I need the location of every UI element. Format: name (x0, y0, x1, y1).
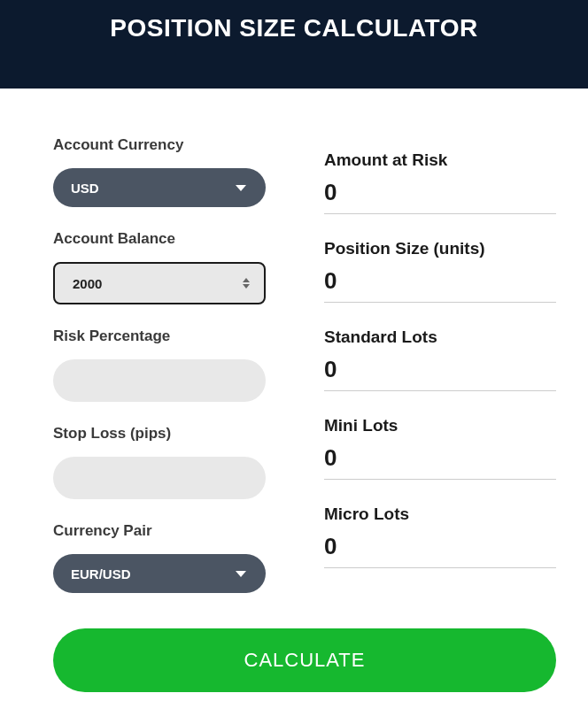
stop-loss-group: Stop Loss (pips) (53, 425, 298, 499)
account-currency-select[interactable]: USD (53, 168, 266, 207)
position-size-group: Position Size (units) 0 (324, 239, 556, 303)
standard-lots-group: Standard Lots 0 (324, 327, 556, 391)
results-column: Amount at Risk 0 Position Size (units) 0… (324, 136, 556, 593)
currency-pair-group: Currency Pair EUR/USD (53, 522, 298, 593)
currency-pair-select[interactable]: EUR/USD (53, 554, 266, 593)
currency-pair-value: EUR/USD (71, 566, 131, 582)
risk-percentage-label: Risk Percentage (53, 327, 298, 345)
stepper-down-icon[interactable] (243, 284, 250, 289)
page-header: POSITION SIZE CALCULATOR (0, 0, 588, 89)
stop-loss-label: Stop Loss (pips) (53, 425, 298, 443)
risk-percentage-group: Risk Percentage (53, 327, 298, 402)
position-size-value: 0 (324, 267, 556, 303)
inputs-column: Account Currency USD Account Balance 200… (32, 136, 298, 593)
account-currency-group: Account Currency USD (53, 136, 298, 207)
account-balance-value: 2000 (73, 276, 102, 291)
stop-loss-input[interactable] (53, 457, 266, 499)
mini-lots-label: Mini Lots (324, 416, 556, 435)
currency-pair-label: Currency Pair (53, 522, 298, 540)
amount-at-risk-group: Amount at Risk 0 (324, 150, 556, 214)
account-currency-label: Account Currency (53, 136, 298, 154)
account-currency-value: USD (71, 181, 99, 196)
chevron-down-icon (236, 185, 246, 191)
chevron-down-icon (236, 571, 246, 577)
micro-lots-value: 0 (324, 533, 556, 568)
standard-lots-label: Standard Lots (324, 327, 556, 347)
mini-lots-group: Mini Lots 0 (324, 416, 556, 480)
account-balance-group: Account Balance 2000 (53, 230, 298, 304)
account-balance-input[interactable]: 2000 (53, 262, 266, 304)
position-size-label: Position Size (units) (324, 239, 556, 258)
account-balance-label: Account Balance (53, 230, 298, 248)
stepper-up-icon[interactable] (243, 278, 250, 282)
mini-lots-value: 0 (324, 444, 556, 480)
amount-at-risk-label: Amount at Risk (324, 150, 556, 170)
micro-lots-label: Micro Lots (324, 504, 556, 524)
calculate-button[interactable]: CALCULATE (53, 628, 556, 692)
risk-percentage-input[interactable] (53, 359, 266, 402)
number-stepper (243, 278, 250, 289)
content-area: Account Currency USD Account Balance 200… (0, 89, 588, 611)
standard-lots-value: 0 (324, 356, 556, 391)
page-title: POSITION SIZE CALCULATOR (110, 14, 477, 42)
amount-at-risk-value: 0 (324, 179, 556, 214)
micro-lots-group: Micro Lots 0 (324, 504, 556, 568)
